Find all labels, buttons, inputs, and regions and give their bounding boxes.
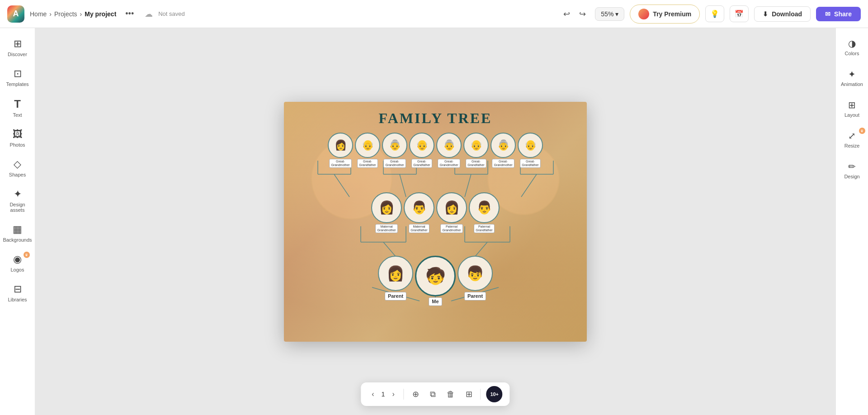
person-gg8-label: Great-Grandfather — [520, 159, 540, 168]
person-gg7-circle: 👵 — [491, 133, 516, 158]
grid-view-button[interactable]: ⊞ — [463, 386, 475, 402]
photos-icon: 🖼 — [13, 129, 23, 140]
more-pages-counter[interactable]: 10+ — [486, 386, 503, 402]
family-tree-canvas[interactable]: FAMILY TREE 👩 Great-Grandmother 👴 Great-… — [284, 102, 587, 342]
zoom-value: 55% — [601, 10, 613, 18]
person-gg1-label: Great-Grandmother — [329, 159, 351, 168]
toolbar-separator-2 — [481, 389, 481, 400]
copy-page-button[interactable]: ⧉ — [427, 387, 439, 402]
backgrounds-icon: ▦ — [13, 224, 22, 235]
person-maternal-grandfather[interactable]: 👨 MaternalGrandfather — [404, 192, 434, 234]
me-circle: 🧒 — [415, 256, 456, 296]
person-maternal-grandmother[interactable]: 👩 MaternalGrandmother — [371, 192, 402, 234]
sidebar-item-logos[interactable]: ◉ ♛ Logos — [2, 249, 33, 277]
topbar: A Home › Projects › My project ••• ☁ Not… — [0, 0, 868, 28]
lightbulb-button[interactable]: 💡 — [705, 5, 724, 22]
share-button[interactable]: ✉ Share — [816, 7, 861, 21]
right-label-resize: Resize — [844, 143, 860, 148]
person-gg5-label: Great-Grandmother — [438, 159, 460, 168]
resize-crown-badge: ♛ — [859, 128, 865, 134]
app-logo[interactable]: A — [7, 5, 24, 23]
parents-me-row: 👩 Parent 🧒 Me 👦 Parent — [322, 256, 548, 306]
breadcrumb-home[interactable]: Home — [30, 10, 47, 18]
person-gg2[interactable]: 👴 Great-Grandfather — [355, 133, 380, 168]
sidebar-item-backgrounds[interactable]: ▦ Backgrounds — [2, 219, 33, 247]
sidebar-item-shapes[interactable]: ◇ Shapes — [2, 154, 33, 182]
toolbar-separator-1 — [404, 389, 404, 400]
sidebar-label-shapes: Shapes — [9, 172, 26, 177]
breadcrumb: Home › Projects › My project — [30, 10, 116, 18]
right-label-colors: Colors — [845, 51, 859, 56]
right-item-design[interactable]: ✏ Design — [837, 157, 867, 184]
right-label-layout: Layout — [844, 112, 859, 118]
sidebar-item-discover[interactable]: ⊞ Discover — [2, 33, 33, 62]
person-gg5[interactable]: 👵 Great-Grandmother — [436, 133, 462, 168]
person-me[interactable]: 🧒 Me — [415, 256, 456, 306]
zoom-button[interactable]: 55% ▾ — [595, 7, 624, 21]
person-gg4-label: Great-Grandfather — [411, 159, 432, 168]
download-button[interactable]: ⬇ Download — [754, 6, 811, 22]
prev-page-button[interactable]: ‹ — [368, 388, 377, 400]
person-paternal-grandmother[interactable]: 👩 PaternalGrandmother — [436, 192, 467, 234]
person-gg4[interactable]: 👴 Great-Grandfather — [409, 133, 434, 168]
sidebar-item-photos[interactable]: 🖼 Photos — [2, 124, 33, 152]
sidebar-label-logos: Logos — [11, 267, 24, 272]
right-label-animation: Animation — [841, 81, 863, 87]
person-parent2[interactable]: 👦 Parent — [458, 256, 493, 301]
paternal-grandmother-circle: 👩 — [436, 192, 467, 223]
try-premium-button[interactable]: Try Premium — [630, 5, 700, 24]
more-button[interactable]: ••• — [122, 7, 137, 20]
person-gg5-circle: 👵 — [436, 133, 462, 158]
download-label: Download — [772, 10, 802, 18]
person-parent1[interactable]: 👩 Parent — [378, 256, 413, 301]
breadcrumb-projects[interactable]: Projects — [54, 10, 77, 18]
family-tree-title: FAMILY TREE — [284, 102, 587, 127]
person-gg1-circle: 👩 — [328, 133, 353, 158]
delete-page-button[interactable]: 🗑 — [444, 387, 458, 402]
add-page-button[interactable]: ⊕ — [410, 386, 422, 402]
sidebar-label-discover: Discover — [8, 52, 27, 57]
breadcrumb-sep2: › — [80, 10, 82, 18]
right-label-design: Design — [844, 174, 859, 179]
paternal-grandmother-label: PaternalGrandmother — [440, 224, 462, 234]
text-icon: T — [14, 98, 21, 110]
person-gg6-circle: 👴 — [463, 133, 489, 158]
calendar-button[interactable]: 📅 — [730, 5, 749, 22]
person-gg3[interactable]: 👵 Great-Grandmother — [382, 133, 407, 168]
person-paternal-grandfather[interactable]: 👨 PaternalGrandfather — [469, 192, 500, 234]
parent2-circle: 👦 — [458, 256, 493, 291]
person-gg4-circle: 👴 — [409, 133, 434, 158]
sidebar-label-backgrounds: Backgrounds — [3, 237, 32, 243]
sidebar-item-text[interactable]: T Text — [2, 93, 33, 122]
right-item-colors[interactable]: ◑ Colors — [837, 33, 867, 61]
right-item-layout[interactable]: ⊞ Layout — [837, 95, 867, 122]
paternal-grandfather-circle: 👨 — [469, 192, 500, 223]
right-item-resize[interactable]: ⤢ ♛ Resize — [837, 126, 867, 153]
left-sidebar: ⊞ Discover ⊡ Templates T Text 🖼 Photos ◇… — [0, 28, 35, 415]
cloud-icon: ☁ — [145, 9, 153, 19]
person-gg3-label: Great-Grandmother — [383, 159, 406, 168]
canvas-area[interactable]: FAMILY TREE 👩 Great-Grandmother 👴 Great-… — [35, 28, 835, 415]
sidebar-item-design-assets[interactable]: ✦ Design assets — [2, 184, 33, 217]
bottom-toolbar: ‹ 1 › ⊕ ⧉ 🗑 ⊞ 10+ — [361, 382, 509, 406]
share-icon: ✉ — [825, 10, 830, 18]
colors-icon: ◑ — [848, 38, 856, 49]
person-gg7[interactable]: 👵 Great-Grandmother — [491, 133, 516, 168]
person-gg8[interactable]: 👴 Great-Grandfather — [518, 133, 543, 168]
sidebar-item-templates[interactable]: ⊡ Templates — [2, 63, 33, 91]
sidebar-label-photos: Photos — [9, 142, 25, 148]
parent1-label: Parent — [385, 292, 406, 301]
undo-button[interactable]: ↩ — [560, 6, 574, 22]
next-page-button[interactable]: › — [388, 388, 398, 400]
design-icon: ✏ — [848, 161, 856, 172]
redo-button[interactable]: ↪ — [576, 6, 590, 22]
person-gg2-circle: 👴 — [355, 133, 380, 158]
design-assets-icon: ✦ — [14, 188, 22, 200]
premium-icon — [638, 9, 649, 19]
not-saved-label: Not saved — [158, 10, 185, 17]
animation-icon: ✦ — [848, 69, 856, 80]
person-gg6[interactable]: 👴 Great-Grandfather — [463, 133, 489, 168]
right-item-animation[interactable]: ✦ Animation — [837, 64, 867, 91]
person-gg1[interactable]: 👩 Great-Grandmother — [328, 133, 353, 168]
sidebar-item-libraries[interactable]: ⊟ Libraries — [2, 279, 33, 307]
